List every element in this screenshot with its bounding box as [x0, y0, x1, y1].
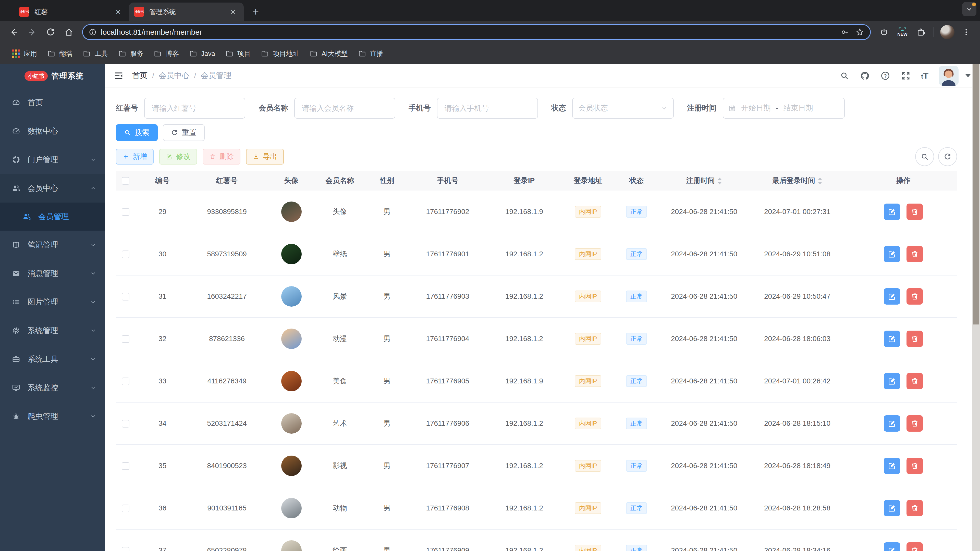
row-edit-button[interactable]	[884, 500, 900, 516]
user-avatar[interactable]	[939, 66, 959, 86]
row-delete-button[interactable]	[907, 373, 923, 389]
sidebar-item[interactable]: 消息管理	[0, 259, 105, 288]
row-checkbox[interactable]	[122, 420, 129, 427]
sidebar-item[interactable]: 系统工具	[0, 345, 105, 373]
export-button[interactable]: 导出	[246, 149, 284, 165]
row-edit-button[interactable]	[884, 373, 900, 389]
reload-icon[interactable]	[43, 25, 58, 40]
bookmark-item[interactable]: 应用	[6, 46, 42, 61]
row-checkbox[interactable]	[122, 547, 129, 551]
bookmark-item[interactable]: 博客	[148, 46, 184, 61]
col-last-login[interactable]: 最后登录时间	[745, 171, 850, 191]
select-all-checkbox[interactable]	[122, 177, 129, 185]
row-checkbox[interactable]	[122, 505, 129, 512]
sidebar-subitem-active[interactable]: 会员管理	[0, 203, 105, 230]
site-info-icon[interactable]	[89, 28, 97, 36]
breadcrumb-home[interactable]: 首页	[132, 70, 148, 81]
browser-scrollbar[interactable]	[972, 64, 980, 551]
member-name-input[interactable]	[294, 98, 395, 119]
breadcrumb-member-center[interactable]: 会员中心	[159, 70, 189, 81]
phone-input[interactable]	[437, 98, 538, 119]
bookmark-item[interactable]: 服务	[113, 46, 148, 61]
bookmark-item[interactable]: Java	[184, 46, 220, 61]
close-icon[interactable]: ×	[228, 6, 239, 17]
register-date-range[interactable]: 开始日期 - 结束日期	[723, 98, 845, 119]
row-edit-button[interactable]	[884, 203, 900, 220]
forward-icon[interactable]	[25, 25, 40, 40]
show-search-toggle-button[interactable]	[915, 147, 934, 166]
password-key-icon[interactable]	[840, 27, 850, 37]
row-delete-button[interactable]	[907, 500, 923, 516]
row-checkbox[interactable]	[122, 378, 129, 385]
search-icon[interactable]	[839, 71, 850, 81]
delete-button[interactable]: 删除	[203, 149, 240, 165]
sidebar-item[interactable]: 数据中心	[0, 117, 105, 145]
sidebar-item[interactable]: 系统监控	[0, 373, 105, 402]
sidebar-item[interactable]: 图片管理	[0, 288, 105, 316]
extensions-puzzle-icon[interactable]	[913, 25, 928, 40]
sidebar-item[interactable]: 笔记管理	[0, 230, 105, 259]
browser-profile-avatar[interactable]	[940, 25, 955, 39]
row-edit-button[interactable]	[884, 542, 900, 551]
add-button[interactable]: 新增	[116, 149, 154, 165]
bookmark-star-icon[interactable]	[855, 27, 864, 37]
font-size-icon[interactable]: tT	[921, 71, 928, 81]
bookmark-item[interactable]: 直播	[353, 46, 388, 61]
new-tab-button[interactable]: +	[249, 5, 262, 19]
help-icon[interactable]: ?	[880, 71, 891, 81]
edit-button[interactable]: 修改	[159, 149, 197, 165]
bookmark-item[interactable]: 工具	[78, 46, 113, 61]
user-menu-caret-icon[interactable]	[965, 74, 971, 77]
sidebar-item[interactable]: 爬虫管理	[0, 402, 105, 430]
bookmark-item[interactable]: AI大模型	[304, 46, 353, 61]
row-edit-button[interactable]	[884, 415, 900, 432]
scrollbar-thumb[interactable]	[973, 64, 979, 324]
sidebar-item[interactable]: 系统管理	[0, 316, 105, 345]
window-controls-chevron[interactable]	[962, 2, 977, 16]
row-delete-button[interactable]	[907, 288, 923, 305]
sidebar-item[interactable]: 会员中心	[0, 174, 105, 203]
sort-carets-icon[interactable]	[818, 178, 822, 184]
uid-input[interactable]	[144, 98, 245, 119]
row-edit-button[interactable]	[884, 330, 900, 347]
search-button[interactable]: 搜索	[116, 124, 158, 141]
fullscreen-icon[interactable]	[900, 71, 911, 81]
sidebar-item[interactable]: 门户管理	[0, 145, 105, 174]
breadcrumb-member-manage[interactable]: 会员管理	[201, 70, 231, 81]
power-extension-icon[interactable]	[877, 25, 891, 40]
refresh-table-button[interactable]	[938, 147, 957, 166]
row-delete-button[interactable]	[907, 246, 923, 262]
row-delete-button[interactable]	[907, 457, 923, 474]
bookmark-item[interactable]: 翻墙	[42, 46, 78, 61]
sidebar-item[interactable]: 首页	[0, 88, 105, 117]
row-checkbox[interactable]	[122, 462, 129, 470]
browser-tab-active[interactable]: 小红书 管理系统 ×	[129, 3, 244, 21]
sidebar-collapse-icon[interactable]	[114, 71, 124, 81]
github-icon[interactable]	[860, 71, 870, 81]
row-checkbox[interactable]	[122, 293, 129, 300]
bookmark-item[interactable]: 项目地址	[256, 46, 304, 61]
reset-button[interactable]: 重置	[163, 124, 205, 141]
status-select[interactable]: 会员状态	[572, 98, 674, 119]
app-logo[interactable]: 小红书 管理系统	[0, 64, 105, 88]
row-edit-button[interactable]	[884, 288, 900, 305]
row-checkbox[interactable]	[122, 208, 129, 216]
bookmark-item[interactable]: 项目	[220, 46, 256, 61]
new-extension-icon[interactable]: NEW	[895, 27, 910, 37]
sort-carets-icon[interactable]	[718, 178, 722, 184]
browser-menu-kebab-icon[interactable]	[959, 25, 974, 40]
row-delete-button[interactable]	[907, 415, 923, 432]
close-icon[interactable]: ×	[113, 6, 124, 17]
row-delete-button[interactable]	[907, 330, 923, 347]
row-delete-button[interactable]	[907, 203, 923, 220]
col-register-time[interactable]: 注册时间	[663, 171, 745, 191]
home-icon[interactable]	[62, 25, 76, 40]
row-checkbox[interactable]	[122, 335, 129, 343]
browser-tab-inactive[interactable]: 小红书 红薯 ×	[14, 3, 129, 21]
row-checkbox[interactable]	[122, 251, 129, 258]
row-edit-button[interactable]	[884, 457, 900, 474]
row-delete-button[interactable]	[907, 542, 923, 551]
url-bar[interactable]: localhost:81/member/member	[82, 24, 871, 40]
back-icon[interactable]	[6, 25, 21, 40]
row-edit-button[interactable]	[884, 246, 900, 262]
